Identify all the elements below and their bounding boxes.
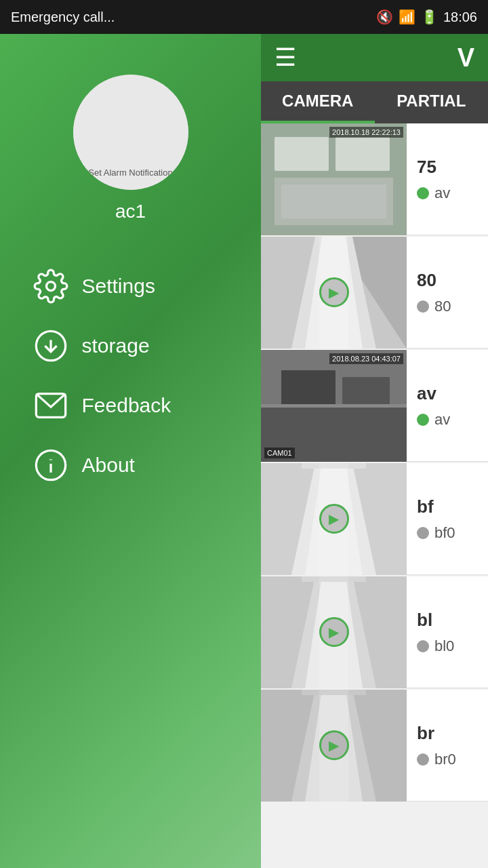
cam6-subname: br0 <box>434 751 456 768</box>
camera-thumb-5: ▶ <box>261 576 407 688</box>
cam6-play-btn[interactable]: ▶ <box>319 730 349 760</box>
gear-icon <box>33 269 68 304</box>
svg-rect-33 <box>302 690 366 695</box>
cam2-info: 80 80 <box>407 263 488 322</box>
cam6-status-dot <box>417 753 429 766</box>
cam4-info: bf bf0 <box>407 490 488 549</box>
sidebar-item-storage[interactable]: storage <box>26 316 235 376</box>
camera-item-1[interactable]: 2018.10.18 22:22:13 75 av <box>261 123 488 235</box>
cam3-timestamp: 2018.08.23 04:43:07 <box>329 353 403 364</box>
sidebar: Set Alarm Notification ac1 Settings stor… <box>0 34 261 868</box>
cam4-status-dot <box>417 527 429 539</box>
camera-thumb-6: ▶ <box>261 690 407 802</box>
svg-point-0 <box>46 282 55 291</box>
camera-thumb-3: 2018.08.23 04:43:07 CAM01 <box>261 350 407 462</box>
cam1-info: 75 av <box>407 150 488 209</box>
sidebar-item-feedback[interactable]: Feedback <box>26 376 235 435</box>
cam3-svg <box>261 350 407 462</box>
cam5-name-top: bl <box>417 610 478 631</box>
avatar-image: Set Alarm Notification <box>73 75 188 190</box>
app-container: Set Alarm Notification ac1 Settings stor… <box>0 34 488 868</box>
cam3-status-row: av <box>417 411 478 429</box>
storage-label: storage <box>82 334 150 357</box>
cam3-preview <box>261 350 407 462</box>
cam1-timestamp: 2018.10.18 22:22:13 <box>329 127 403 138</box>
cam2-play-btn[interactable]: ▶ <box>319 277 349 307</box>
cam2-name-top: 80 <box>417 270 478 291</box>
app-name: Emergency call... <box>11 9 115 25</box>
svg-rect-8 <box>274 137 329 171</box>
svg-rect-25 <box>302 463 366 469</box>
cam5-play-btn[interactable]: ▶ <box>319 617 349 647</box>
camera-item-5[interactable]: ▶ bl bl0 <box>261 576 488 688</box>
time: 18:06 <box>443 9 477 25</box>
svg-rect-20 <box>342 377 390 404</box>
top-bar: ☰ V <box>261 34 488 81</box>
tab-camera[interactable]: CAMERA <box>261 81 375 123</box>
cam1-svg <box>261 123 407 235</box>
cam1-subname: av <box>434 184 450 202</box>
avatar-bell-label: Set Alarm Notification <box>88 167 172 178</box>
settings-label: Settings <box>82 275 155 298</box>
camera-thumb-4: ▶ <box>261 463 407 575</box>
status-bar: Emergency call... 🔇 📶 🔋 18:06 <box>0 0 488 34</box>
camera-list: 2018.10.18 22:22:13 75 av <box>261 123 488 868</box>
right-panel: ☰ V CAMERA PARTIAL <box>261 34 488 868</box>
svg-rect-21 <box>261 404 407 408</box>
cam6-status-row: br0 <box>417 751 478 768</box>
cam4-play-btn[interactable]: ▶ <box>319 504 349 534</box>
cam3-name-top: av <box>417 383 478 404</box>
sidebar-item-settings[interactable]: Settings <box>26 256 235 316</box>
svg-rect-9 <box>336 137 390 171</box>
cam3-status-dot <box>417 414 429 426</box>
cam1-preview <box>261 123 407 235</box>
cam3-label: CAM01 <box>264 448 295 458</box>
avatar[interactable]: Set Alarm Notification <box>73 75 188 190</box>
feedback-label: Feedback <box>82 394 171 417</box>
cam1-status-row: av <box>417 184 478 202</box>
media-off-icon: 🔇 <box>376 9 393 25</box>
cam3-info: av av <box>407 376 488 435</box>
svg-rect-29 <box>302 576 366 582</box>
tab-partial[interactable]: PARTIAL <box>375 81 489 123</box>
tab-bar: CAMERA PARTIAL <box>261 81 488 123</box>
camera-item-2[interactable]: ▶ 80 80 <box>261 237 488 349</box>
camera-thumb-1: 2018.10.18 22:22:13 <box>261 123 407 235</box>
camera-thumb-2: ▶ <box>261 237 407 349</box>
svg-rect-11 <box>281 184 386 218</box>
sidebar-item-about[interactable]: About <box>26 435 235 495</box>
cam4-subname: bf0 <box>434 524 455 542</box>
hamburger-icon[interactable]: ☰ <box>274 43 296 72</box>
cam3-subname: av <box>434 411 450 429</box>
svg-rect-19 <box>281 370 336 408</box>
cam2-status-dot <box>417 300 429 313</box>
cam5-info: bl bl0 <box>407 603 488 662</box>
cam6-info: br br0 <box>407 716 488 775</box>
top-bar-title: V <box>458 43 474 73</box>
camera-item-3[interactable]: 2018.08.23 04:43:07 CAM01 av av <box>261 350 488 462</box>
about-label: About <box>82 454 135 477</box>
camera-item-4[interactable]: ▶ bf bf0 <box>261 463 488 575</box>
download-icon <box>33 328 68 363</box>
cam5-status-dot <box>417 640 429 652</box>
cam5-status-row: bl0 <box>417 637 478 655</box>
battery-icon: 🔋 <box>421 9 438 25</box>
wifi-icon: 📶 <box>399 9 415 25</box>
cam5-subname: bl0 <box>434 637 454 655</box>
cam1-status-dot <box>417 187 429 199</box>
info-icon <box>33 448 68 483</box>
cam6-name-top: br <box>417 723 478 744</box>
cam2-subname: 80 <box>434 298 451 315</box>
cam4-name-top: bf <box>417 496 478 517</box>
camera-item-6[interactable]: ▶ br br0 <box>261 690 488 802</box>
mail-icon <box>33 388 68 423</box>
username: ac1 <box>115 201 146 222</box>
cam4-status-row: bf0 <box>417 524 478 542</box>
cam2-status-row: 80 <box>417 298 478 315</box>
cam1-name-top: 75 <box>417 157 478 178</box>
status-icons: 🔇 📶 🔋 18:06 <box>376 9 477 25</box>
